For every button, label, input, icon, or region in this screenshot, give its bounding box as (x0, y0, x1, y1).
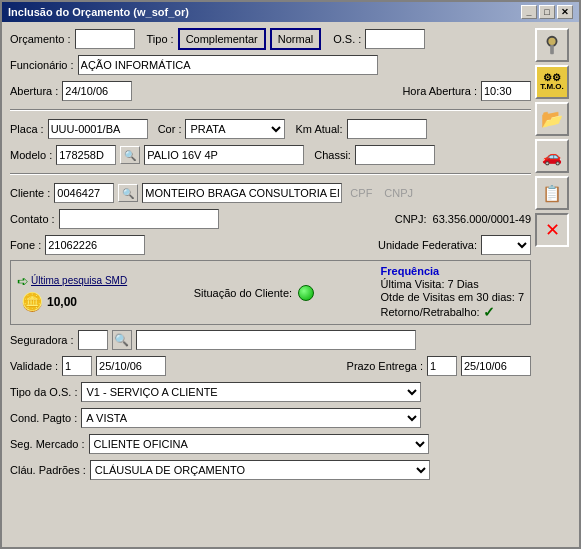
retorno-check-icon: ✓ (483, 304, 495, 320)
seguradora-code-input[interactable] (78, 330, 108, 350)
os-input[interactable] (365, 29, 425, 49)
toolbar-button-1[interactable] (535, 28, 569, 62)
tipo-os-select[interactable]: V1 - SERVIÇO A CLIENTE (81, 382, 421, 402)
smd-coin-icon: 🪙 (21, 291, 43, 313)
smd-value-row: 🪙 10,00 (21, 291, 127, 313)
tmo-label: T.M.O. (540, 83, 564, 92)
placa-label: Placa : (10, 123, 44, 135)
fone-label: Fone : (10, 239, 41, 251)
km-atual-label: Km Atual: (295, 123, 342, 135)
validade-num-input[interactable] (62, 356, 92, 376)
cor-select[interactable]: PRATA (185, 119, 285, 139)
ultima-visita-value: 7 Dias (448, 278, 479, 290)
funcionario-label: Funcionário : (10, 59, 74, 71)
modelo-search-icon[interactable]: 🔍 (120, 146, 140, 164)
minimize-button[interactable]: _ (521, 5, 537, 19)
cliente-search-icon[interactable]: 🔍 (118, 184, 138, 202)
unidade-fed-select[interactable] (481, 235, 531, 255)
retorno-row: Retorno/Retrabalho: ✓ (381, 304, 495, 320)
clau-padroes-label: Cláu. Padrões : (10, 464, 86, 476)
validade-label: Validade : (10, 360, 58, 372)
toolbar-button-clipboard[interactable]: 📋 (535, 176, 569, 210)
chassi-input[interactable] (355, 145, 435, 165)
cond-pagto-label: Cond. Pagto : (10, 412, 77, 424)
seguradora-label: Seguradora : (10, 334, 74, 346)
situacao-label: Situação do Cliente: (194, 287, 292, 299)
contato-input[interactable] (59, 209, 219, 229)
situacao-row: Situação do Cliente: (194, 285, 314, 301)
cpf-label: CPF (350, 187, 372, 199)
window-controls: _ □ ✕ (521, 5, 573, 19)
cliente-name-input[interactable] (142, 183, 342, 203)
toolbar-button-folder[interactable]: 📂 (535, 102, 569, 136)
chassi-label: Chassi: (314, 149, 351, 161)
right-toolbar: ⚙⚙ T.M.O. 📂 🚗 📋 ✕ (535, 28, 571, 541)
normal-button[interactable]: Normal (270, 28, 321, 50)
seg-mercado-select[interactable]: CLIENTE OFICINA (89, 434, 429, 454)
smd-arrow-icon: ➪ (17, 273, 29, 289)
otde-visitas-row: Otde de Visitas em 30 dias: 7 (381, 291, 524, 303)
cliente-id-input[interactable] (54, 183, 114, 203)
car-icon: 🚗 (542, 147, 562, 166)
smd-value: 10,00 (47, 295, 77, 309)
modelo-label: Modelo : (10, 149, 52, 161)
abertura-input[interactable] (62, 81, 132, 101)
hora-abertura-input[interactable] (481, 81, 531, 101)
svg-point-0 (547, 37, 556, 46)
main-window: Inclusão do Orçamento (w_sof_or) _ □ ✕ O… (0, 0, 581, 549)
cond-pagto-select[interactable]: A VISTA (81, 408, 421, 428)
delete-icon: ✕ (545, 219, 560, 241)
otde-visitas-value: 7 (518, 291, 524, 303)
smd-label-row: ➪ Última pesquisa SMD (17, 273, 127, 289)
unidade-fed-label: Unidade Federativa: (378, 239, 477, 251)
fone-input[interactable] (45, 235, 145, 255)
title-bar: Inclusão do Orçamento (w_sof_or) _ □ ✕ (2, 2, 579, 22)
smd-left: ➪ Última pesquisa SMD 🪙 10,00 (17, 273, 127, 313)
smd-section: ➪ Última pesquisa SMD 🪙 10,00 Situação d… (10, 260, 531, 325)
km-atual-input[interactable] (347, 119, 427, 139)
tmo-button[interactable]: ⚙⚙ T.M.O. (535, 65, 569, 99)
folder-icon: 📂 (541, 108, 563, 130)
wrench-icon (541, 34, 563, 56)
funcionario-input[interactable] (78, 55, 378, 75)
cnpj-value: 63.356.000/0001-49 (433, 213, 531, 225)
contato-label: Contato : (10, 213, 55, 225)
seguradora-name-input[interactable] (136, 330, 416, 350)
seg-mercado-label: Seg. Mercado : (10, 438, 85, 450)
ultima-visita-row: Última Visita: 7 Dias (381, 278, 479, 290)
prazo-entrega-label: Prazo Entrega : (347, 360, 423, 372)
freq-section: Frequência Última Visita: 7 Dias Otde de… (381, 265, 524, 320)
ultima-visita-label: Última Visita: (381, 278, 445, 290)
toolbar-button-delete[interactable]: ✕ (535, 213, 569, 247)
cor-label: Cor : (158, 123, 182, 135)
freq-label: Frequência (381, 265, 440, 277)
cnpj-label: CNPJ (384, 187, 413, 199)
situacao-indicator (298, 285, 314, 301)
orcamento-input[interactable] (75, 29, 135, 49)
orcamento-label: Orçamento : (10, 33, 71, 45)
clau-padroes-select[interactable]: CLÁUSULA DE ORÇAMENTO (90, 460, 430, 480)
ultima-pesq-label: Última pesquisa SMD (31, 275, 127, 286)
prazo-date-input[interactable] (461, 356, 531, 376)
toolbar-button-car[interactable]: 🚗 (535, 139, 569, 173)
cliente-label: Cliente : (10, 187, 50, 199)
cnpj-field-label: CNPJ: (395, 213, 427, 225)
tipo-label: Tipo : (147, 33, 174, 45)
otde-visitas-label: Otde de Visitas em 30 dias: (381, 291, 515, 303)
modelo-name-input[interactable] (144, 145, 304, 165)
retorno-label: Retorno/Retrabalho: (381, 306, 480, 318)
abertura-label: Abertura : (10, 85, 58, 97)
complementar-button[interactable]: Complementar (178, 28, 266, 50)
os-label: O.S. : (333, 33, 361, 45)
close-button[interactable]: ✕ (557, 5, 573, 19)
seguradora-lookup-icon[interactable]: 🔍 (112, 330, 132, 350)
window-title: Inclusão do Orçamento (w_sof_or) (8, 6, 189, 18)
placa-input[interactable] (48, 119, 148, 139)
clipboard-icon: 📋 (542, 184, 562, 203)
maximize-button[interactable]: □ (539, 5, 555, 19)
validade-date-input[interactable] (96, 356, 166, 376)
tipo-os-label: Tipo da O.S. : (10, 386, 77, 398)
svg-rect-1 (550, 45, 554, 54)
modelo-code-input[interactable] (56, 145, 116, 165)
prazo-num-input[interactable] (427, 356, 457, 376)
